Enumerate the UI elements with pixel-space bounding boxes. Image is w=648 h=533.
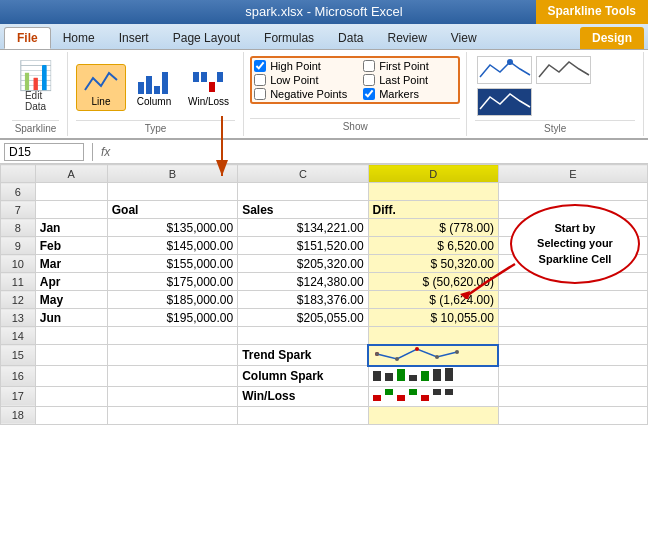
cell-b13[interactable]: $195,000.00 [107, 309, 237, 327]
cell-e12[interactable] [498, 291, 647, 309]
cell-d15[interactable] [368, 345, 498, 366]
name-box[interactable] [4, 143, 84, 161]
edit-data-button[interactable]: 📊 EditData [12, 60, 59, 114]
cell-b17[interactable] [107, 386, 237, 406]
cell-d6[interactable] [368, 183, 498, 201]
line-type-button[interactable]: Line [76, 64, 126, 111]
cell-a15[interactable] [35, 345, 107, 366]
style-1[interactable] [477, 56, 532, 84]
cell-d17[interactable] [368, 386, 498, 406]
first-point-checkbox[interactable] [363, 60, 375, 72]
last-point-checkbox[interactable] [363, 74, 375, 86]
cell-c6[interactable] [238, 183, 368, 201]
high-point-checkbox[interactable] [254, 60, 266, 72]
cell-b6[interactable] [107, 183, 237, 201]
cell-d14[interactable] [368, 327, 498, 345]
cell-c8[interactable]: $134,221.00 [238, 219, 368, 237]
tab-formulas[interactable]: Formulas [252, 27, 326, 49]
cell-a18[interactable] [35, 406, 107, 424]
style-2[interactable] [536, 56, 591, 84]
winloss-type-button[interactable]: Win/Loss [182, 65, 235, 110]
low-point-checkbox[interactable] [254, 74, 266, 86]
cell-c14[interactable] [238, 327, 368, 345]
cell-a7[interactable] [35, 201, 107, 219]
cell-c16[interactable]: Column Spark [238, 366, 368, 387]
callout-container: Start bySelecting yourSparkline Cell [510, 204, 640, 284]
cell-a12[interactable]: May [35, 291, 107, 309]
cell-c12[interactable]: $183,376.00 [238, 291, 368, 309]
cell-a17[interactable] [35, 386, 107, 406]
cell-b14[interactable] [107, 327, 237, 345]
high-point-checkbox-row[interactable]: High Point [254, 60, 347, 72]
col-header-e[interactable]: E [498, 165, 647, 183]
cell-e13[interactable] [498, 309, 647, 327]
cell-b7[interactable]: Goal [107, 201, 237, 219]
table-row: 13 Jun $195,000.00 $205,055.00 $ 10,055.… [1, 309, 648, 327]
tab-file[interactable]: File [4, 27, 51, 49]
cell-a10[interactable]: Mar [35, 255, 107, 273]
cell-b18[interactable] [107, 406, 237, 424]
cell-e15[interactable] [498, 345, 647, 366]
cell-d16[interactable] [368, 366, 498, 387]
cell-d7[interactable]: Diff. [368, 201, 498, 219]
cell-e16[interactable] [498, 366, 647, 387]
cell-c13[interactable]: $205,055.00 [238, 309, 368, 327]
cell-b10[interactable]: $155,000.00 [107, 255, 237, 273]
cell-c15[interactable]: Trend Spark [238, 345, 368, 366]
cell-a14[interactable] [35, 327, 107, 345]
cell-c9[interactable]: $151,520.00 [238, 237, 368, 255]
svg-rect-19 [397, 369, 405, 381]
cell-e17[interactable] [498, 386, 647, 406]
tab-design[interactable]: Design [580, 27, 644, 49]
cell-a13[interactable]: Jun [35, 309, 107, 327]
cell-b15[interactable] [107, 345, 237, 366]
tab-page-layout[interactable]: Page Layout [161, 27, 252, 49]
cell-a16[interactable] [35, 366, 107, 387]
cell-d18[interactable] [368, 406, 498, 424]
tab-home[interactable]: Home [51, 27, 107, 49]
cell-b12[interactable]: $185,000.00 [107, 291, 237, 309]
negative-points-checkbox-row[interactable]: Negative Points [254, 88, 347, 100]
tab-data[interactable]: Data [326, 27, 375, 49]
cell-d13[interactable]: $ 10,055.00 [368, 309, 498, 327]
col-header-a[interactable]: A [35, 165, 107, 183]
cell-b16[interactable] [107, 366, 237, 387]
first-point-checkbox-row[interactable]: First Point [363, 60, 456, 72]
cell-a11[interactable]: Apr [35, 273, 107, 291]
cell-c17[interactable]: Win/Loss [238, 386, 368, 406]
cell-c11[interactable]: $124,380.00 [238, 273, 368, 291]
svg-rect-25 [385, 389, 393, 395]
cell-e6[interactable] [498, 183, 647, 201]
cell-c10[interactable]: $205,320.00 [238, 255, 368, 273]
markers-checkbox-row[interactable]: Markers [363, 88, 456, 100]
formula-input[interactable] [114, 145, 644, 159]
cell-a8[interactable]: Jan [35, 219, 107, 237]
cell-b9[interactable]: $145,000.00 [107, 237, 237, 255]
col-header-d[interactable]: D [368, 165, 498, 183]
cell-d8[interactable]: $ (778.00) [368, 219, 498, 237]
negative-points-checkbox[interactable] [254, 88, 266, 100]
col-header-b[interactable]: B [107, 165, 237, 183]
table-row: 6 [1, 183, 648, 201]
tab-review[interactable]: Review [375, 27, 438, 49]
cell-c18[interactable] [238, 406, 368, 424]
style-3[interactable] [477, 88, 532, 116]
low-point-checkbox-row[interactable]: Low Point [254, 74, 347, 86]
show-checkboxes: High Point First Point Low Point Last Po… [250, 56, 460, 104]
cell-e14[interactable] [498, 327, 647, 345]
cell-b11[interactable]: $175,000.00 [107, 273, 237, 291]
tab-view[interactable]: View [439, 27, 489, 49]
cell-d9[interactable]: $ 6,520.00 [368, 237, 498, 255]
cell-a6[interactable] [35, 183, 107, 201]
last-point-checkbox-row[interactable]: Last Point [363, 74, 456, 86]
markers-checkbox[interactable] [363, 88, 375, 100]
cell-a9[interactable]: Feb [35, 237, 107, 255]
tab-insert[interactable]: Insert [107, 27, 161, 49]
cell-e18[interactable] [498, 406, 647, 424]
cell-b8[interactable]: $135,000.00 [107, 219, 237, 237]
column-type-button[interactable]: Column [130, 65, 178, 110]
cell-c7[interactable]: Sales [238, 201, 368, 219]
title-text: spark.xlsx - Microsoft Excel [245, 4, 402, 19]
svg-rect-6 [209, 82, 215, 92]
col-header-c[interactable]: C [238, 165, 368, 183]
